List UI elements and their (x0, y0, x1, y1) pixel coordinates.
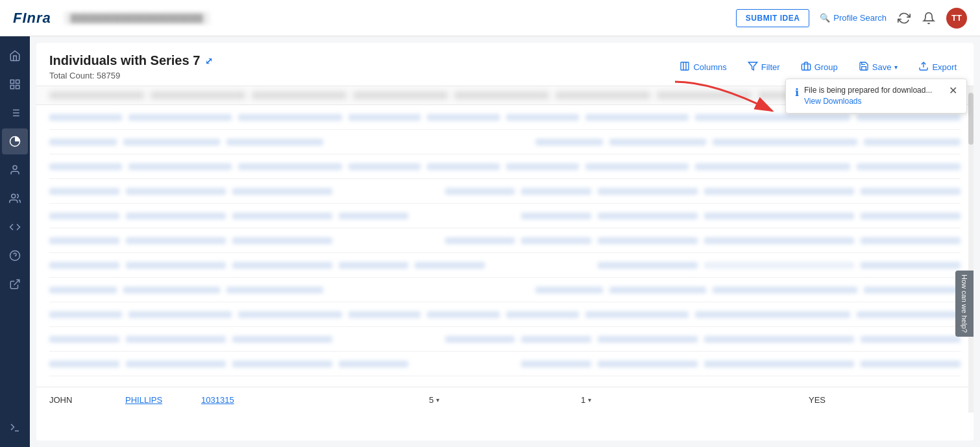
table-row (49, 154, 961, 179)
sidebar-item-help[interactable] (2, 243, 28, 269)
series-chevron-icon: ▾ (436, 396, 439, 404)
cell (232, 361, 332, 367)
toast-info-icon: ℹ (795, 86, 799, 99)
sidebar-item-external[interactable] (2, 271, 28, 297)
cell (126, 237, 226, 244)
cell (861, 237, 961, 244)
export-label: Export (932, 62, 957, 72)
bottom-data-row: JOHN PHILLIPS 1031315 5 ▾ 1 ▾ (36, 387, 974, 413)
cell (506, 163, 579, 170)
filter-label: Filter (761, 62, 780, 72)
cell (598, 213, 698, 219)
export-button[interactable]: Export (914, 58, 961, 76)
save-button[interactable]: Save ▾ (855, 58, 902, 76)
cell (49, 188, 119, 195)
bottom-cell-id[interactable]: 1031315 (201, 395, 277, 405)
sidebar-item-dashboard[interactable] (2, 71, 28, 97)
cell (861, 262, 961, 269)
cell (238, 311, 342, 318)
cell (598, 361, 698, 367)
cell (126, 188, 226, 195)
cell (585, 163, 689, 170)
sidebar-item-individual[interactable] (2, 157, 28, 183)
svg-rect-17 (681, 62, 689, 70)
sidebar-item-group[interactable] (2, 186, 28, 211)
scrollbar-thumb[interactable] (968, 93, 974, 145)
cell (49, 139, 117, 145)
save-label: Save (872, 62, 892, 72)
toast-close-button[interactable]: ✕ (949, 86, 957, 96)
cell (427, 114, 500, 121)
cell (609, 139, 706, 145)
svg-rect-0 (10, 80, 14, 83)
cell (232, 188, 332, 195)
cell (695, 163, 850, 170)
scrollbar-track[interactable] (968, 86, 974, 413)
table-row (49, 278, 961, 302)
cell (713, 287, 857, 293)
refresh-icon[interactable] (897, 11, 911, 25)
cell (126, 336, 226, 343)
cell (598, 188, 698, 195)
svg-line-15 (14, 280, 19, 285)
cell (339, 188, 439, 195)
total-count-value: 58759 (97, 71, 120, 80)
cell (704, 237, 854, 244)
cell (49, 114, 122, 121)
cell (704, 262, 854, 269)
col-header-2 (151, 91, 245, 99)
user-avatar[interactable]: TT (946, 8, 967, 29)
cell (695, 311, 850, 318)
sidebar-item-list[interactable] (2, 100, 28, 126)
sidebar-item-code[interactable] (2, 214, 28, 240)
nav-right: SUBMIT IDEA 🔍 Profile Search TT (736, 8, 967, 29)
cell (506, 311, 579, 318)
col-header-7 (657, 91, 752, 99)
columns-button[interactable]: Columns (676, 58, 730, 76)
cell (123, 139, 220, 145)
cell (521, 237, 591, 244)
sidebar-item-chart[interactable] (2, 128, 28, 154)
cell (521, 336, 591, 343)
table-row (49, 130, 961, 154)
bottom-cell-count2[interactable]: 1 ▾ (581, 395, 657, 405)
cell (704, 336, 854, 343)
submit-idea-button[interactable]: SUBMIT IDEA (736, 9, 810, 27)
count2-value: 1 (581, 395, 585, 405)
table-area: JOHN PHILLIPS 1031315 5 ▾ 1 ▾ (36, 86, 974, 413)
group-button[interactable]: Group (797, 58, 842, 76)
notification-bell-icon[interactable] (922, 11, 936, 25)
page-container: Individuals with Series 7 ⤢ Total Count:… (36, 43, 974, 441)
cell (126, 262, 226, 269)
bottom-cell-first-name: JOHN (49, 395, 125, 405)
profile-search-link[interactable]: 🔍 Profile Search (820, 13, 887, 23)
sidebar-item-home[interactable] (2, 43, 28, 69)
cell (695, 114, 850, 121)
filter-button[interactable]: Filter (744, 58, 784, 76)
cell (129, 163, 232, 170)
cell (713, 139, 857, 145)
cell (349, 163, 421, 170)
col-header-1 (49, 91, 144, 99)
toast-view-downloads-link[interactable]: View Downloads (804, 97, 862, 106)
toast-notification: ℹ File is being prepared for download...… (785, 79, 967, 114)
cell (445, 237, 515, 244)
svg-rect-2 (10, 86, 14, 89)
sidebar (0, 36, 30, 447)
cell (349, 311, 421, 318)
help-tab[interactable]: How can we help? (955, 271, 974, 337)
table-body (36, 105, 974, 376)
cell (330, 287, 426, 293)
page-title-area: Individuals with Series 7 ⤢ Total Count:… (49, 53, 213, 80)
share-icon[interactable]: ⤢ (205, 56, 213, 66)
cell (521, 361, 591, 367)
cell (123, 287, 220, 293)
cell (445, 188, 515, 195)
sidebar-item-terminal[interactable] (2, 415, 28, 441)
user-info-blurred: ████████████████████████ (64, 12, 210, 25)
bottom-cell-series-count[interactable]: 5 ▾ (429, 395, 505, 405)
bottom-cell-last-name[interactable]: PHILLIPS (125, 395, 201, 405)
bottom-cell-yes: YES (809, 395, 885, 405)
top-navigation: FInra ████████████████████████ SUBMIT ID… (0, 0, 980, 36)
cell (598, 336, 698, 343)
